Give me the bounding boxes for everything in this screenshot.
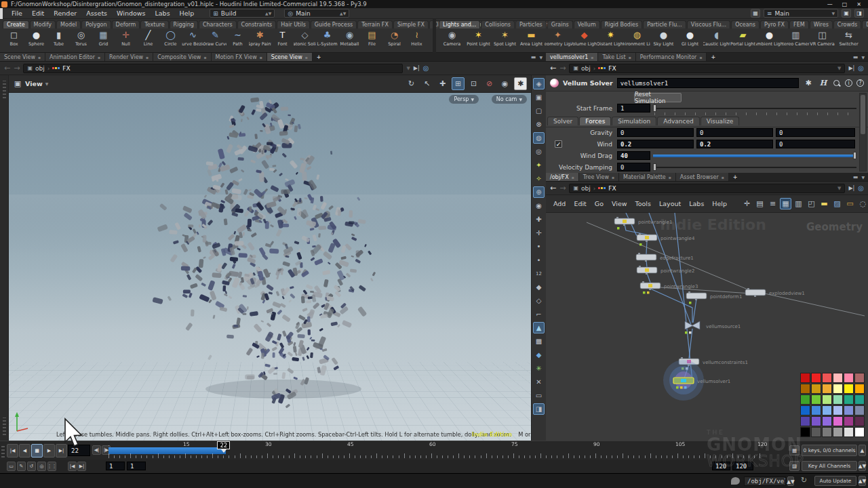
shelf-tool-caustic-light[interactable]: ◖Caustic Light [703,28,730,53]
shelf-tab-particle-flu[interactable]: Particle Flu... [643,20,686,28]
pane-tab-vellumsolver1[interactable]: vellumsolver1▪ [546,53,598,61]
camera-menu[interactable]: No cam▼ [492,95,527,104]
pane-tab-tree-view[interactable]: Tree View▪ [579,173,619,181]
toolbox-icon[interactable]: ▭ [844,198,856,209]
shelf-tool-distant-light[interactable]: ✷Distant Light [597,28,624,53]
pane-tab-scene-view[interactable]: Scene View▪ [267,53,313,61]
param-breadcrumb[interactable]: ▣ obj › FX ▼ [569,64,845,73]
shelf-tool-torus[interactable]: ◎Torus [70,28,92,53]
shelf-tool-draw-curve[interactable]: ✎Draw Curve [204,28,226,53]
network-node-pointwrangle1[interactable]: pointwrangle1 [614,217,672,230]
right-main-selector[interactable]: ≡ Main ▼ [764,9,838,18]
shelf-tab-crowds[interactable]: Crowds [833,20,861,28]
view-tool-label[interactable]: View [25,80,43,87]
pane-menu-icon[interactable]: ▬ [853,54,859,60]
palette-swatch[interactable] [811,416,821,426]
velocity-damping-field[interactable]: 0 [617,163,650,171]
shelf-tool-curve-bezier[interactable]: ∿Curve Bezier [182,28,204,53]
checker-icon[interactable]: ▩ [533,336,545,347]
shelf-tab-polygon[interactable]: Polygon [81,20,111,28]
breadcrumb-node[interactable]: FX [608,185,616,192]
palette-swatch[interactable] [822,373,832,383]
wind-x-field[interactable]: 0.2 [617,140,694,148]
wireframe-icon[interactable]: ✳ [533,363,545,374]
pivot-icon[interactable]: ⊕ [533,186,545,198]
prim-display-icon[interactable]: ◆ [533,281,545,293]
pane-tab-material-palette[interactable]: Material Palette▪ [619,173,676,181]
network-menu-go[interactable]: Go [591,200,607,207]
palette-swatch[interactable] [800,373,810,383]
wind-y-field[interactable]: 0.2 [696,140,773,148]
prim-normal-icon[interactable]: ◇ [533,295,545,306]
param-tab-forces[interactable]: Forces [579,117,611,125]
display-node-icon[interactable]: ◰ [806,198,817,209]
palette-swatch[interactable] [854,394,865,405]
range-end-field[interactable]: 120 [712,462,730,470]
update-mode-selector[interactable]: Auto Update [814,476,856,486]
headlight-icon[interactable]: ◍ [533,132,545,144]
shelf-tool-metaball[interactable]: ◉Metaball [338,28,361,53]
shelf-tool-box[interactable]: ◻Box [3,28,25,53]
shelf-tool-stereo-camera[interactable]: ▥Stereo Camera [783,28,809,53]
shelf-tool-grid[interactable]: ▦Grid [92,28,115,53]
chevron-down-icon[interactable]: ▼ [837,66,841,71]
key-mode-spinner[interactable]: ▲▼ [859,461,866,471]
message-bubble-icon[interactable] [731,477,740,485]
network-editor[interactable]: Indie Edition Geometry pointwrangle1poin… [546,213,868,441]
shelf-tab-vellum[interactable]: Vellum [574,20,600,28]
realtime-icon[interactable]: ⋮⋮ [47,462,56,471]
param-tab-advanced[interactable]: Advanced [657,117,699,125]
pane-tab-motion-fx-view[interactable]: Motion FX View▪ [212,53,267,61]
sticky-note-icon[interactable]: ▬ [818,198,830,209]
layout-b-icon[interactable]: ◨ [854,9,864,18]
palette-swatch[interactable] [822,416,832,426]
palette-swatch[interactable] [811,427,821,437]
global-end-field[interactable]: 120 [732,462,753,470]
projection-menu[interactable]: Persp▼ [449,95,479,104]
render-view-icon[interactable]: ◉ [498,77,511,90]
list-mode-icon[interactable]: ≡ [767,198,778,209]
pane-tab-animation-editor[interactable]: Animation Editor▪ [45,53,105,61]
marker-c-icon[interactable]: ✧ [533,173,545,184]
shelf-tool-helix[interactable]: ≀Helix [406,28,428,53]
snap-icon[interactable]: ⊞ [452,77,465,90]
back-icon[interactable]: ← [550,64,556,73]
update-mode-spinner[interactable]: ▲▼ [859,476,866,486]
tumble-icon[interactable]: ↻ [405,77,418,90]
shelf-tab-rigid-bodies[interactable]: Rigid Bodies [601,20,642,28]
current-frame-field[interactable]: 22 [68,445,90,456]
shelf-tool-portal-light[interactable]: ▰Portal Light [730,28,756,53]
shelf-tool-font[interactable]: TFont [271,28,294,53]
pin-icon[interactable]: ▶| [414,65,420,71]
point-number-icon[interactable]: 12 [533,268,545,279]
lighting-icon[interactable]: ◎ [533,146,545,157]
shelf-tab-constraints[interactable]: Constraints [237,20,277,28]
palette-swatch[interactable] [811,384,821,394]
palette-swatch[interactable] [833,416,843,426]
point-normal-icon[interactable]: ∙ [533,254,545,266]
pane-menu-icon[interactable]: ▬ [531,54,536,60]
background-icon[interactable]: ◨ [533,403,545,415]
shelf-tool-null[interactable]: ✛Null [115,28,137,53]
palette-swatch[interactable] [800,427,810,437]
chevron-down-icon[interactable]: ▼ [837,186,841,191]
shelf-tab-texture[interactable]: Texture [140,20,168,28]
start-frame-slider[interactable] [653,104,856,112]
scene-breadcrumb[interactable]: ▣ obj › FX [23,64,403,73]
key-mode-icon[interactable]: ▨ [789,461,800,471]
menu-help[interactable]: Help [175,9,199,17]
pane-split-icon[interactable]: ▼ [539,55,542,60]
gravity-x-field[interactable]: 0 [617,128,694,137]
velocity-damping-slider[interactable] [653,163,856,171]
menu-file[interactable]: File [7,9,27,17]
palette-swatch[interactable] [800,405,810,415]
prev-key-button[interactable]: |◀ [68,462,77,471]
shelf-tool-spiral[interactable]: ◔Spiral [383,28,406,53]
link-target-icon[interactable]: ◎ [858,64,864,72]
shelf-tab-wires[interactable]: Wires [810,20,833,28]
palette-swatch[interactable] [844,384,854,394]
palette-swatch[interactable] [800,394,810,405]
search-icon[interactable] [833,79,841,87]
palette-swatch[interactable] [844,373,854,383]
forward-icon[interactable]: → [559,64,566,73]
